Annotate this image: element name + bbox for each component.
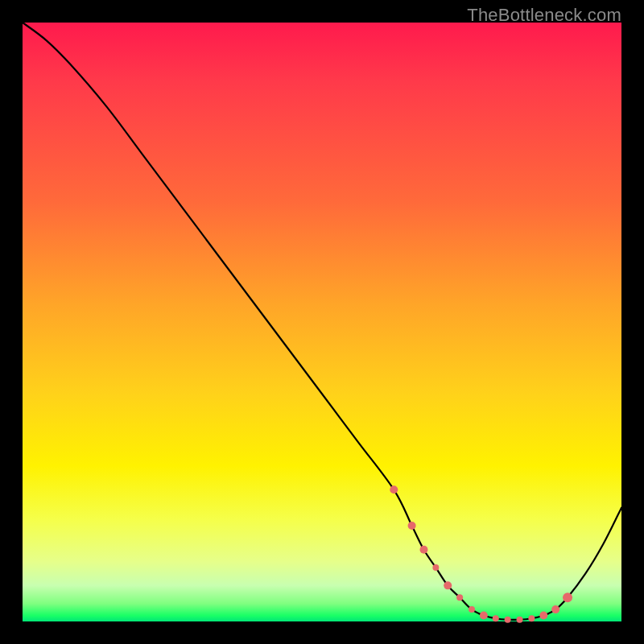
marker-point bbox=[469, 606, 475, 613]
marker-point bbox=[432, 564, 439, 571]
marker-point bbox=[480, 612, 488, 620]
chart-frame: TheBottleneck.com bbox=[0, 0, 644, 644]
marker-point bbox=[408, 522, 416, 530]
marker-point bbox=[505, 617, 511, 623]
marker-point bbox=[419, 546, 427, 554]
marker-point bbox=[528, 615, 535, 621]
marker-point bbox=[563, 592, 572, 602]
marker-point bbox=[493, 615, 499, 621]
bottleneck-curve bbox=[23, 23, 621, 620]
marker-group bbox=[390, 485, 572, 622]
marker-point bbox=[551, 605, 559, 613]
marker-point bbox=[539, 612, 547, 620]
plot-area bbox=[23, 23, 621, 621]
marker-point bbox=[444, 581, 452, 589]
marker-point bbox=[517, 617, 523, 623]
marker-point bbox=[390, 485, 398, 493]
marker-point bbox=[456, 594, 463, 601]
bottleneck-curve-svg bbox=[23, 23, 621, 621]
